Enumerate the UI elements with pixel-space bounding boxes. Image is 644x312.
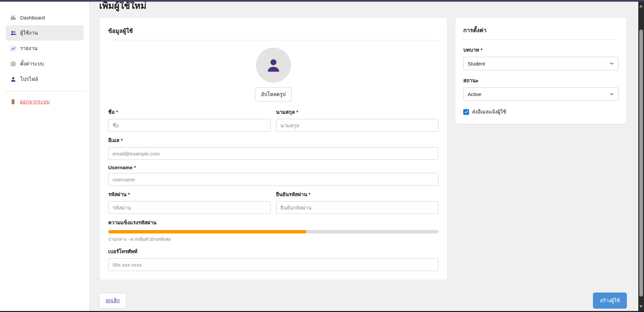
scroll-up-arrow-icon[interactable] [639,5,643,7]
password-strength-fill [108,230,306,233]
form-actions: ยกเลิก สร้างผู้ใช้ [99,293,627,309]
sidebar-item-label: ผู้ใช้งาน [20,29,38,37]
sidebar-item-profile[interactable]: โปรไฟล์ [6,72,84,87]
sidebar-item-label: โปรไฟล์ [20,75,38,83]
scrollbar-thumb[interactable] [639,30,643,297]
logout-label: ออกจากระบบ [20,98,50,106]
first-name-label: ชื่อ * [108,108,271,116]
phone-label: เบอร์โทรศัพท์ [108,248,438,256]
vertical-scrollbar[interactable] [638,2,644,311]
password-strength-label: ความแข็งแรงรหัสผ่าน [108,219,438,227]
gear-icon [10,61,16,67]
avatar-person-icon [265,56,282,74]
sidebar-item-label: Dashboard [20,15,45,20]
last-name-label: นามสกุล * [276,108,439,116]
password-label: รหัสผ่าน * [108,190,271,198]
role-label: บทบาท * [463,46,618,54]
card-divider [108,40,438,40]
notify-checkbox-label: ส่งอีเมลแจ้งผู้ใช้ [472,108,506,116]
door-icon [10,99,16,105]
sidebar-item-settings[interactable]: ตั้งค่าระบบ [6,56,84,72]
window-top-border [0,0,644,2]
person-icon [10,76,16,83]
sidebar-item-reports[interactable]: รายงาน [6,41,84,56]
create-user-button[interactable]: สร้างผู้ใช้ [593,293,627,309]
status-selected-value: Active [468,91,481,97]
sidebar-divider [4,91,85,91]
cancel-button[interactable]: ยกเลิก [99,293,126,308]
confirm-password-label: ยืนยันรหัสผ่าน * [276,190,439,198]
upload-photo-button[interactable]: อัปโหลดรูป [255,87,292,101]
notify-checkbox-row[interactable]: ส่งอีเมลแจ้งผู้ใช้ [463,108,618,116]
role-select[interactable]: Student [463,57,618,70]
settings-card-title: การตั้งค่า [463,26,618,35]
check-icon [464,110,468,114]
status-label: สถานะ [463,77,618,85]
card-divider [463,39,618,40]
bar-chart-icon [10,14,16,21]
last-name-input[interactable] [276,119,439,132]
sidebar-item-label: ตั้งค่าระบบ [20,60,44,68]
sidebar-item-label: รายงาน [20,44,37,52]
users-icon [10,30,16,36]
chevron-down-icon [609,92,614,96]
chevron-down-icon [609,61,614,66]
user-info-card: ข้อมูลผู้ใช้ อัปโหลดรูป ชื่อ * นามสกุล * [99,17,447,280]
sidebar-item-dashboard[interactable]: Dashboard [6,10,84,25]
username-label: Username * [108,165,438,170]
password-strength-bar [108,230,438,233]
scroll-down-arrow-icon[interactable] [639,305,643,308]
avatar [256,48,291,83]
confirm-password-input[interactable] [276,201,439,214]
sidebar-item-users[interactable]: ผู้ใช้งาน [6,25,84,41]
password-strength-helper: ปานกลาง - ควรเพิ่มตัวอักษรพิเศษ [108,236,438,243]
sidebar-item-logout[interactable]: ออกจากระบบ [6,94,84,109]
main-content: เพิ่มผู้ใช้ใหม่ ข้อมูลผู้ใช้ อัปโหลดรูป … [90,2,644,311]
password-input[interactable] [108,201,271,214]
email-input[interactable] [108,147,438,160]
line-chart-icon [10,45,16,52]
first-name-input[interactable] [108,119,271,132]
sidebar: Dashboard ผู้ใช้งาน รายงาน ตั้งค่าระบบ โ… [0,2,90,311]
role-selected-value: Student [468,61,485,66]
phone-input[interactable] [108,258,438,271]
app-layout: Dashboard ผู้ใช้งาน รายงาน ตั้งค่าระบบ โ… [0,0,644,312]
user-card-title: ข้อมูลผู้ใช้ [108,26,438,35]
settings-card: การตั้งค่า บทบาท * Student สถานะ Active [455,17,627,124]
email-label: อีเมล * [108,136,438,144]
notify-checkbox[interactable] [463,109,469,115]
username-input[interactable] [108,173,438,186]
page-title: เพิ่มผู้ใช้ใหม่ [99,2,633,11]
status-select[interactable]: Active [463,87,618,101]
